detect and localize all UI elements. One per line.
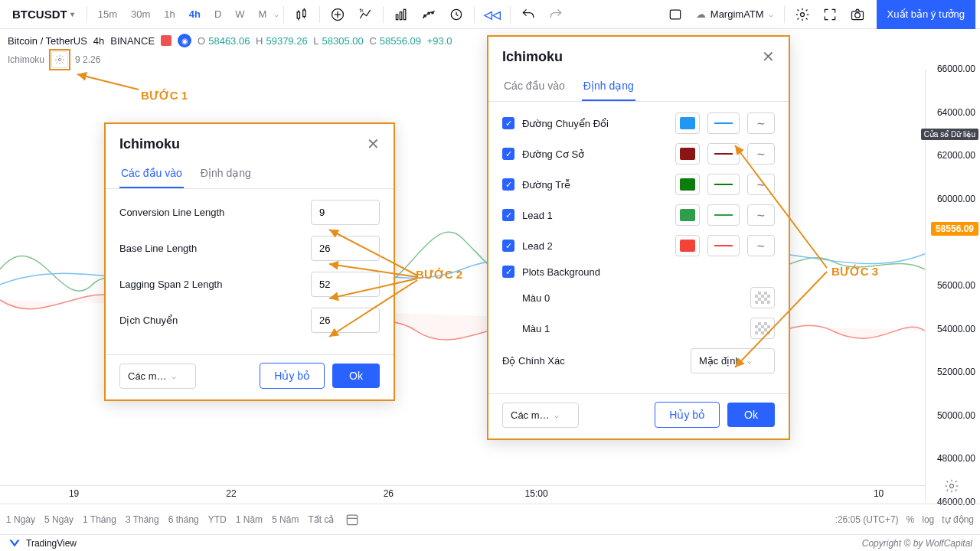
color0-label: Màu 0 (522, 292, 743, 304)
interval-1h[interactable]: 1h (158, 5, 181, 23)
displacement-label: Dịch Chuyển (119, 315, 178, 326)
publish-button[interactable]: Xuất bản ý tưởng (877, 0, 975, 29)
tab-inputs[interactable]: Các đầu vào (502, 72, 567, 101)
stream-icon: ◉ (178, 34, 191, 47)
tab-style[interactable]: Định dạng (582, 72, 635, 101)
time-axis[interactable]: 19 22 26 15:00 10 (0, 485, 925, 502)
indicators-icon[interactable]: fx (352, 3, 378, 26)
chevron-down-icon: ⌵ (769, 10, 773, 18)
separator (510, 6, 511, 23)
auto-toggle[interactable]: tự động (942, 514, 974, 525)
interval-4h[interactable]: 4h (183, 5, 207, 23)
camera-icon[interactable] (844, 3, 871, 26)
close-icon[interactable]: ✕ (762, 47, 775, 66)
svg-rect-3 (303, 10, 305, 16)
price-tick: 56000.00 (937, 280, 975, 291)
last-price-badge: 58556.09 (931, 222, 978, 236)
alert-icon[interactable] (443, 3, 469, 26)
compare-icon[interactable] (325, 3, 351, 26)
tab-style[interactable]: Định dạng (199, 159, 253, 188)
range-bar: 1 Ngày 5 Ngày 1 Tháng 3 Tháng 6 tháng YT… (0, 504, 980, 534)
time-tick: 26 (384, 488, 394, 499)
redo-icon[interactable] (543, 3, 569, 26)
indicator-settings-button[interactable] (51, 51, 68, 68)
dialog-title: Ichimoku (119, 136, 180, 152)
lead2-checkbox[interactable]: ✓ (502, 240, 514, 252)
range-ytd[interactable]: YTD (208, 514, 227, 525)
percent-toggle[interactable]: % (906, 514, 915, 525)
range-5d[interactable]: 5 Ngày (44, 514, 74, 525)
fullscreen-icon[interactable] (817, 3, 843, 26)
defaults-select[interactable]: Các m…⌵ (119, 364, 196, 389)
svg-line-27 (329, 264, 417, 277)
interval-30m[interactable]: 30m (125, 5, 156, 23)
base-color[interactable] (675, 143, 700, 165)
interval-D[interactable]: D (208, 5, 227, 23)
tab-inputs[interactable]: Các đầu vào (119, 159, 184, 188)
cloud-icon: ☁ (696, 8, 706, 20)
ok-button[interactable]: Ok (332, 364, 380, 388)
base-checkbox[interactable]: ✓ (502, 148, 514, 160)
financials-icon[interactable] (388, 3, 414, 26)
base-label: Đường Cơ Sở (522, 148, 668, 160)
indicator-name: Ichimoku (8, 54, 44, 65)
interval-M[interactable]: M (253, 5, 273, 23)
undo-icon[interactable] (515, 3, 541, 26)
layout-menu[interactable]: ☁ MargimATM ⌵ (690, 5, 779, 23)
log-toggle[interactable]: log (922, 514, 934, 525)
lagging-color[interactable] (675, 174, 700, 195)
pair-label: Bitcoin / TetherUS (8, 35, 87, 47)
cancel-button[interactable]: Hủy bỏ (260, 363, 325, 389)
lead2-color[interactable] (675, 235, 700, 256)
time-tick: 15:00 (525, 488, 548, 499)
footer: TradingView Copyright © by WolfCapital (0, 534, 980, 551)
lead2-label: Lead 2 (522, 240, 668, 252)
interval-W[interactable]: W (229, 5, 250, 23)
data-window-badge[interactable]: Cửa sổ Dữ liệu (921, 129, 978, 140)
range-1d[interactable]: 1 Ngày (6, 514, 35, 525)
symbol-button[interactable]: BTCUSDT ▾ (5, 5, 82, 24)
goto-date-icon[interactable] (343, 508, 361, 531)
defaults-select[interactable]: Các m…⌵ (502, 403, 579, 428)
range-3m[interactable]: 3 Tháng (126, 514, 159, 525)
lead1-checkbox[interactable]: ✓ (502, 209, 514, 221)
timeframe-label: 4h (93, 35, 104, 47)
lagging-checkbox[interactable]: ✓ (502, 178, 514, 191)
svg-rect-11 (400, 11, 403, 19)
candles-icon[interactable] (289, 3, 315, 26)
conversion-price-line[interactable]: ∼ (747, 112, 775, 134)
range-1m[interactable]: 1 Tháng (83, 514, 116, 525)
interval-15m[interactable]: 15m (92, 5, 123, 23)
conversion-color[interactable] (675, 112, 700, 134)
separator (319, 6, 320, 23)
close-icon[interactable]: ✕ (367, 135, 380, 153)
conversion-line-style[interactable] (707, 112, 740, 134)
chevron-down-icon[interactable]: ⌵ (274, 10, 279, 18)
svg-text:fx: fx (360, 7, 364, 12)
separator (784, 6, 785, 23)
ok-button[interactable]: Ok (727, 403, 775, 427)
conversion-checkbox[interactable]: ✓ (502, 117, 514, 129)
range-all[interactable]: Tất cả (308, 514, 334, 525)
layout-icon[interactable] (662, 3, 688, 26)
templates-icon[interactable] (416, 3, 442, 26)
cancel-button[interactable]: Hủy bỏ (655, 402, 720, 428)
range-1y[interactable]: 1 Năm (236, 514, 263, 525)
range-5y[interactable]: 5 Năm (272, 514, 299, 525)
lagging-length-label: Lagging Span 2 Length (119, 279, 222, 290)
clock-time: :26:05 (UTC+7) (835, 514, 899, 525)
replay-icon[interactable]: ◁◁ (479, 3, 505, 26)
range-6m[interactable]: 6 tháng (168, 514, 199, 525)
plots-bg-checkbox[interactable]: ✓ (502, 266, 514, 278)
base-length-label: Base Line Length (119, 243, 197, 254)
price-tick: 52000.00 (937, 367, 975, 377)
settings-icon[interactable] (789, 3, 815, 26)
lead1-label: Lead 1 (522, 210, 668, 221)
lead1-color[interactable] (675, 204, 700, 226)
svg-line-31 (735, 272, 827, 367)
price-tick: 64000.00 (937, 107, 975, 118)
tradingview-logo[interactable]: TradingView (8, 536, 77, 550)
price-tick: 66000.00 (937, 64, 975, 74)
axis-settings-icon[interactable] (939, 474, 965, 497)
separator (87, 6, 87, 23)
